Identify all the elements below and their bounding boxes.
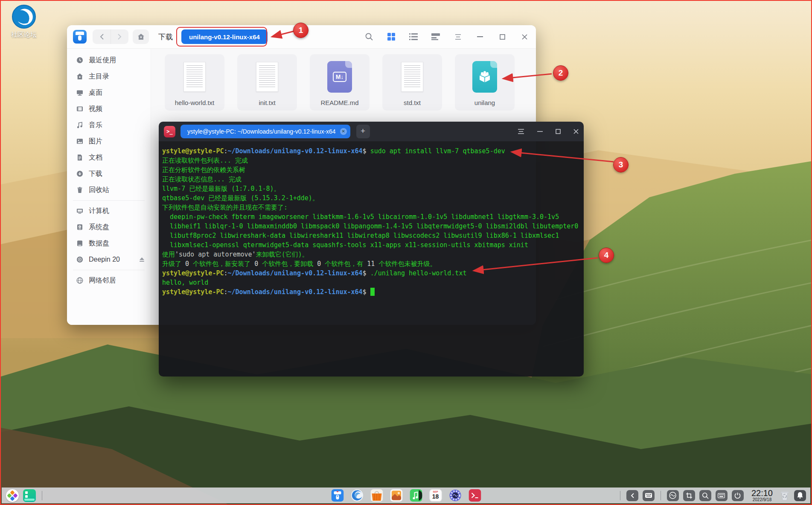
terminal-text: 正在读取软件包列表... 完成: [162, 157, 248, 164]
desktop-shortcut-forum[interactable]: 社区论坛: [6, 4, 42, 39]
file-card-init.txt[interactable]: init.txt: [237, 54, 297, 111]
annotation-badge-1: 1: [293, 23, 309, 38]
sidebar-item-music[interactable]: 音乐: [67, 117, 151, 133]
text-file-icon: [183, 54, 206, 99]
detail-view-icon[interactable]: [430, 31, 441, 42]
power-icon[interactable]: [732, 490, 744, 501]
system-monitor-icon[interactable]: [667, 490, 679, 501]
taskbar: SEP18 22:10 2022/9/18: [2, 487, 810, 503]
sidebar-item-clock[interactable]: 最近使用: [67, 52, 151, 68]
terminal-text: 正在分析软件包的依赖关系树: [162, 166, 245, 174]
chevron-left-icon[interactable]: [626, 490, 638, 501]
sidebar-item-document[interactable]: 文档: [67, 149, 151, 166]
minimize-button[interactable]: [474, 31, 486, 42]
eject-icon[interactable]: [139, 257, 145, 262]
terminal-close-button[interactable]: [573, 129, 579, 134]
terminal-minimize-button[interactable]: [537, 131, 543, 132]
sidebar-item-desktop[interactable]: 桌面: [67, 85, 151, 101]
terminal-menu-icon[interactable]: [518, 129, 524, 134]
breadcrumb[interactable]: 下载: [158, 32, 173, 42]
music-icon[interactable]: [410, 489, 422, 502]
terminal-tab[interactable]: ystyle@ystyle-PC: ~/Downloads/unilang-v0…: [180, 125, 350, 138]
sidebar-item-label: 视频: [89, 105, 102, 114]
file-name: init.txt: [259, 99, 275, 106]
grid-view-icon[interactable]: [386, 31, 397, 42]
sidebar-item-network[interactable]: 网络邻居: [67, 272, 151, 289]
trash-icon[interactable]: [780, 490, 790, 501]
sidebar-item-picture[interactable]: 图片: [67, 133, 151, 149]
terminal-text: libheif1 liblqr-1-0 libmaxminddb0 libmsp…: [162, 222, 578, 230]
calendar-icon[interactable]: SEP18: [429, 489, 442, 502]
close-button[interactable]: [519, 31, 530, 42]
menu-icon[interactable]: [452, 31, 463, 42]
screenshot-icon[interactable]: [683, 490, 695, 501]
terminal-text: 个软件包，新安装了: [189, 260, 254, 268]
terminal-text: ystyle@ystyle-PC: [162, 269, 224, 277]
terminal-text: 0: [185, 260, 189, 268]
list-view-icon[interactable]: [408, 31, 419, 42]
control-center-icon[interactable]: [449, 489, 461, 502]
sidebar-item-video[interactable]: 视频: [67, 101, 151, 117]
terminal-output[interactable]: ystyle@ystyle-PC:~/Downloads/unilang-v0.…: [159, 141, 584, 377]
search-icon[interactable]: [364, 31, 375, 42]
file-card-unilang[interactable]: unilang: [455, 54, 515, 111]
terminal-text: 来卸载它(它们)。: [256, 251, 309, 258]
sidebar-item-computer[interactable]: 计算机: [67, 203, 151, 219]
browser-icon[interactable]: [351, 489, 363, 502]
file-card-hello-world.txt[interactable]: hello-world.txt: [165, 54, 224, 111]
clock-time: 22:10: [751, 489, 773, 497]
photos-icon[interactable]: [390, 489, 402, 502]
sidebar-item-label: 桌面: [89, 88, 102, 97]
terminal-icon[interactable]: [469, 489, 481, 502]
annotation-badge-2: 2: [553, 65, 568, 81]
file-card-std.txt[interactable]: std.txt: [382, 54, 442, 111]
trash-icon: [76, 187, 83, 193]
search-icon[interactable]: [699, 490, 711, 501]
sidebar-item-label: 计算机: [89, 207, 109, 216]
tab-close-icon[interactable]: ✕: [340, 128, 347, 135]
keyboard-icon[interactable]: [643, 490, 655, 501]
taskbar-divider: [42, 491, 42, 500]
maximize-button[interactable]: [497, 31, 508, 42]
notification-bell-icon[interactable]: [794, 490, 806, 501]
sidebar-item-data-disk[interactable]: 数据盘: [67, 235, 151, 251]
file-name: std.txt: [404, 99, 421, 106]
terminal-tab-title: ystyle@ystyle-PC: ~/Downloads/unilang-v0…: [187, 128, 336, 135]
new-tab-button[interactable]: +: [356, 125, 370, 138]
sidebar-item-label: 数据盘: [89, 239, 109, 248]
terminal-text: 0: [254, 260, 258, 268]
terminal-text: hello, world: [162, 279, 208, 286]
sidebar-item-download[interactable]: 下载: [67, 166, 151, 182]
terminal-text: ./unilang hello-world.txt: [370, 269, 467, 277]
launcher-icon[interactable]: [6, 489, 19, 502]
app-store-icon[interactable]: [370, 489, 383, 502]
taskbar-divider: [620, 491, 620, 500]
file-card-README.md[interactable]: M↓README.md: [310, 54, 370, 111]
workspace-icon[interactable]: [23, 489, 36, 502]
terminal-line: 升级了 0 个软件包，新安装了 0 个软件包，要卸载 0 个软件包，有 11 个…: [162, 259, 580, 269]
download-icon: [76, 170, 83, 177]
sidebar-divider: [73, 200, 145, 201]
sidebar-item-disc[interactable]: Deepin 20: [67, 251, 151, 268]
sidebar-item-system-disk[interactable]: 系统盘: [67, 219, 151, 235]
terminal-text: ystyle@ystyle-PC: [162, 147, 224, 155]
taskbar-clock[interactable]: 22:10 2022/9/18: [751, 489, 773, 502]
home-icon: [76, 73, 83, 80]
terminal-line: libxmlsec1-openssl qtermwidget5-data squ…: [162, 240, 580, 250]
sidebar-item-trash[interactable]: 回收站: [67, 182, 151, 198]
forward-button[interactable]: [111, 29, 128, 44]
terminal-text: libutf8proc2 libwireshark-data libwiresh…: [162, 232, 559, 239]
file-manager-icon[interactable]: [331, 489, 343, 502]
markdown-file-icon: M↓: [327, 54, 352, 99]
terminal-text: llvm-7 已经是最新版 (1:7.0.1-8)。: [162, 185, 280, 193]
sidebar-item-label: 系统盘: [89, 223, 109, 232]
terminal-cursor: [370, 288, 375, 296]
home-button[interactable]: [133, 29, 149, 44]
terminal-maximize-button[interactable]: [556, 129, 561, 134]
terminal-text: sudo apt install llvm-7 qtbase5-dev: [370, 147, 505, 155]
terminal-line: 正在分析软件包的依赖关系树: [162, 165, 580, 175]
onscreen-keyboard-icon[interactable]: [716, 490, 728, 501]
back-button[interactable]: [93, 29, 111, 44]
sidebar-item-home[interactable]: 主目录: [67, 68, 151, 85]
terminal-line: 正在读取状态信息... 完成: [162, 175, 580, 184]
